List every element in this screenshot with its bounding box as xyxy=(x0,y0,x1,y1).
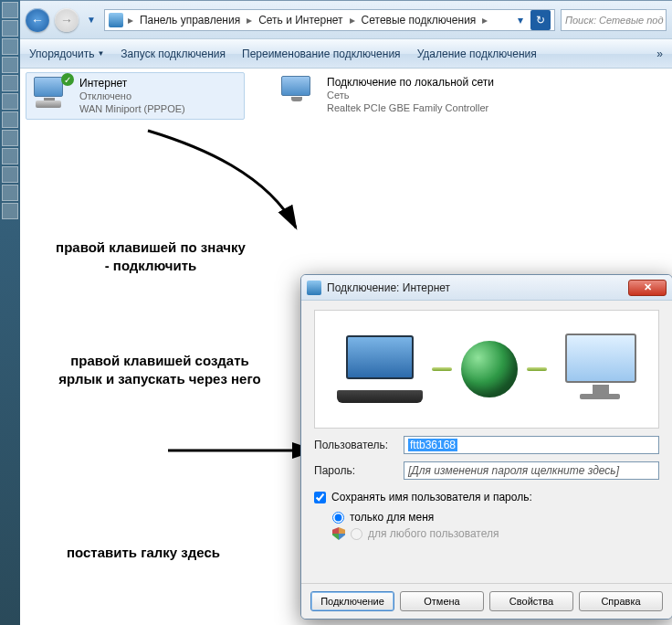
globe-icon xyxy=(461,341,518,397)
toolbar: Упорядочить▼ Запуск подключения Переимен… xyxy=(20,39,672,69)
connection-device: WAN Miniport (PPPOE) xyxy=(79,102,185,115)
help-button[interactable]: Справка xyxy=(579,591,663,611)
any-user-label: для любого пользователя xyxy=(368,527,499,540)
password-label: Пароль: xyxy=(314,464,396,477)
dialog-icon xyxy=(307,281,321,295)
desktop-strip xyxy=(0,0,20,625)
content-area: ✓ Интернет Отключено WAN Miniport (PPPOE… xyxy=(20,69,672,625)
chevron-down-icon: ▼ xyxy=(97,49,104,58)
forward-button[interactable]: → xyxy=(55,8,79,32)
location-icon xyxy=(109,13,123,27)
password-field[interactable]: [Для изменения пароля щелкните здесь] xyxy=(404,461,659,480)
close-button[interactable]: ✕ xyxy=(628,280,667,296)
connection-name: Интернет xyxy=(79,77,185,90)
dialog-titlebar[interactable]: Подключение: Интернет ✕ xyxy=(301,275,672,301)
connection-icon: ✓ xyxy=(34,77,72,110)
search-placeholder: Поиск: Сетевые под xyxy=(565,15,664,26)
monitor-icon xyxy=(556,334,636,405)
address-dropdown[interactable]: ▾ xyxy=(510,10,530,30)
properties-button[interactable]: Свойства xyxy=(489,591,573,611)
back-button[interactable]: ← xyxy=(26,8,49,32)
toolbar-overflow[interactable]: » xyxy=(656,48,663,60)
toolbar-delete-connection[interactable]: Удаление подключения xyxy=(417,48,537,60)
dialog-buttons: Подключение Отмена Свойства Справка xyxy=(301,583,672,619)
search-input[interactable]: Поиск: Сетевые под xyxy=(561,9,667,31)
connection-dialog: Подключение: Интернет ✕ Пользователь: ft… xyxy=(300,274,672,620)
shield-icon xyxy=(332,527,345,540)
username-field[interactable]: fttb36168 xyxy=(404,436,659,454)
breadcrumb-item[interactable]: Сеть и Интернет xyxy=(257,14,344,26)
connection-status: Сеть xyxy=(327,89,494,101)
explorer-window: ← → ▼ ▸ Панель управления ▸ Сеть и Интер… xyxy=(20,0,672,625)
cancel-button[interactable]: Отмена xyxy=(400,591,484,611)
connection-icon xyxy=(281,76,320,109)
chevron-right-icon: ▸ xyxy=(244,14,255,26)
chevron-right-icon: ▸ xyxy=(125,14,136,26)
refresh-button[interactable]: ↻ xyxy=(530,10,551,30)
connection-status: Отключено xyxy=(79,90,185,102)
check-icon: ✓ xyxy=(61,73,74,86)
save-credentials-label: Сохранять имя пользователя и пароль: xyxy=(331,491,532,503)
breadcrumb-item[interactable]: Панель управления xyxy=(138,14,242,26)
toolbar-organize[interactable]: Упорядочить▼ xyxy=(29,48,104,60)
username-label: Пользователь: xyxy=(314,439,396,451)
titlebar: ← → ▼ ▸ Панель управления ▸ Сеть и Интер… xyxy=(20,1,672,39)
connection-item-lan[interactable]: Подключение по локальной сети Сеть Realt… xyxy=(274,72,530,118)
toolbar-start-connection[interactable]: Запуск подключения xyxy=(121,48,226,60)
laptop-icon xyxy=(337,335,423,403)
any-user-radio xyxy=(351,528,362,540)
dialog-title: Подключение: Интернет xyxy=(327,281,450,294)
annotation-text: правой клавишей создать ярлык и запускат… xyxy=(55,352,265,388)
address-bar[interactable]: ▸ Панель управления ▸ Сеть и Интернет ▸ … xyxy=(104,9,555,31)
toolbar-rename-connection[interactable]: Переименование подключения xyxy=(242,48,401,60)
breadcrumb-item[interactable]: Сетевые подключения xyxy=(360,14,478,26)
only-me-label: только для меня xyxy=(350,511,434,524)
chevron-right-icon: ▸ xyxy=(479,14,490,26)
chevron-right-icon: ▸ xyxy=(347,14,358,26)
arrow-icon xyxy=(130,129,312,248)
dialog-illustration xyxy=(314,310,659,429)
connection-name: Подключение по локальной сети xyxy=(327,76,494,89)
annotation-text: поставить галку здесь xyxy=(38,544,248,562)
nav-history-dropdown[interactable]: ▼ xyxy=(84,15,99,25)
only-me-radio[interactable] xyxy=(332,512,344,524)
connect-button[interactable]: Подключение xyxy=(310,591,394,611)
save-credentials-checkbox[interactable] xyxy=(314,492,326,503)
connection-device: Realtek PCIe GBE Family Controller xyxy=(327,101,494,114)
connection-item-internet[interactable]: ✓ Интернет Отключено WAN Miniport (PPPOE… xyxy=(26,72,245,120)
